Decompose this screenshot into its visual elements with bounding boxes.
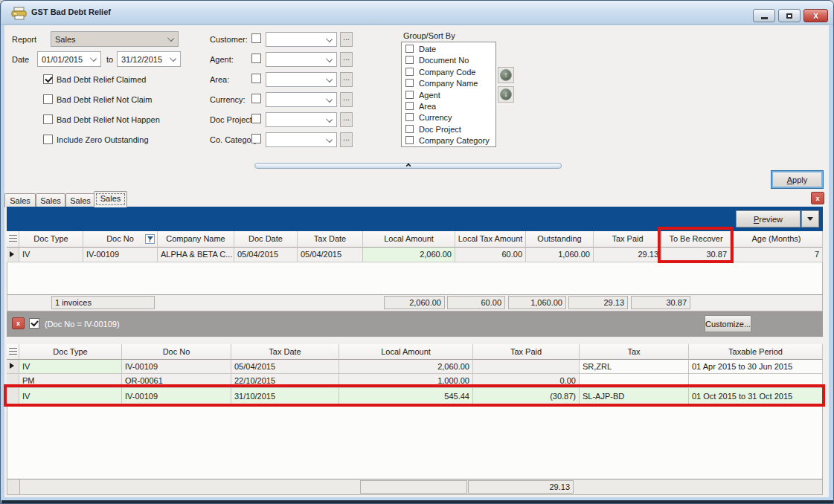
item-checkbox[interactable] <box>405 91 414 99</box>
close-button[interactable]: x <box>803 9 828 22</box>
group-sort-item[interactable]: Currency <box>404 112 495 123</box>
move-down-button[interactable]: ↓ <box>498 86 514 103</box>
group-sort-item[interactable]: Doc Project <box>404 124 495 135</box>
item-checkbox[interactable] <box>405 56 414 64</box>
currency-checkbox[interactable] <box>251 94 261 103</box>
cell-tax-paid[interactable]: (30.87) <box>473 388 580 405</box>
grid2-col-doc-no[interactable]: Doc No <box>122 344 231 360</box>
customer-checkbox[interactable] <box>251 33 261 43</box>
checkbox-bad-debt-relief-not-happen[interactable] <box>43 114 53 124</box>
grid2-row-3[interactable]: IV IV-00109 31/10/2015 545.44 (30.87) SL… <box>7 388 823 405</box>
grid1-row-1[interactable]: IV IV-00109 ALPHA & BETA C... 05/04/2015… <box>7 248 823 262</box>
group-sort-listbox[interactable]: Date Document No Company Code Company Na… <box>401 42 496 147</box>
group-sort-item[interactable]: Document No <box>404 55 495 66</box>
tab-sales-4-active[interactable]: Sales <box>94 191 127 207</box>
agent-checkbox[interactable] <box>251 54 261 63</box>
date-to-select[interactable]: 31/12/2015 <box>117 51 181 67</box>
agent-select[interactable] <box>266 52 337 67</box>
item-checkbox[interactable] <box>405 68 414 76</box>
cell-tax[interactable] <box>580 374 689 388</box>
date-from-select[interactable]: 01/01/2015 <box>37 51 101 67</box>
grid2-col-tax-date[interactable]: Tax Date <box>231 344 339 360</box>
grid1-col-local-tax-amount[interactable]: Local Tax Amount <box>455 231 526 248</box>
cell-company-name[interactable]: ALPHA & BETA C... <box>158 248 234 262</box>
panel-close-button[interactable]: x <box>811 192 824 204</box>
co-category-browse-button[interactable]: ... <box>340 132 353 147</box>
currency-browse-button[interactable]: ... <box>340 92 353 107</box>
grid2-row-1[interactable]: IV IV-00109 05/04/2015 2,060.00 SR,ZRL 0… <box>7 360 823 374</box>
preview-dropdown-button[interactable] <box>801 210 819 227</box>
grid2-row-2[interactable]: PM OR-00061 22/10/2015 1,000.00 0.00 <box>7 374 823 388</box>
cell-doc-no[interactable]: IV-00109 <box>122 388 231 405</box>
item-checkbox[interactable] <box>405 45 414 53</box>
title-bar[interactable]: GST Bad Debt Relief x <box>1 1 834 25</box>
cell-to-be-recover[interactable]: 30.87 <box>662 248 731 262</box>
cell-tax-date[interactable]: 05/04/2015 <box>231 360 339 374</box>
grid2-col-local-amount[interactable]: Local Amount <box>339 344 473 360</box>
item-checkbox[interactable] <box>405 79 414 87</box>
grid1-col-doc-date[interactable]: Doc Date <box>234 231 298 248</box>
group-sort-item[interactable]: Company Category <box>404 135 495 146</box>
preview-button[interactable]: Preview <box>736 210 801 227</box>
cell-doc-type[interactable]: IV <box>19 388 122 405</box>
move-up-button[interactable]: ↑ <box>498 67 514 83</box>
grid2-col-tax-paid[interactable]: Tax Paid <box>473 344 580 360</box>
co-category-checkbox[interactable] <box>251 134 261 143</box>
cell-local-amount[interactable]: 545.44 <box>339 388 473 405</box>
customer-select[interactable] <box>266 32 337 47</box>
customer-browse-button[interactable]: ... <box>340 32 353 47</box>
grid1-col-tax-date[interactable]: Tax Date <box>298 231 363 248</box>
cell-tax[interactable]: SL-AJP-BD <box>580 388 689 405</box>
grid1-col-outstanding[interactable]: Outstanding <box>526 231 594 248</box>
filter-funnel-icon[interactable] <box>145 234 155 244</box>
checkbox-bad-debt-relief-claimed[interactable] <box>43 74 53 84</box>
cell-doc-no[interactable]: IV-00109 <box>122 360 231 374</box>
group-sort-item[interactable]: Company Name <box>404 78 495 89</box>
item-checkbox[interactable] <box>405 136 414 144</box>
checkbox-include-zero-outstanding[interactable] <box>43 135 53 144</box>
currency-select[interactable] <box>266 92 337 107</box>
cell-doc-no[interactable]: OR-00061 <box>122 374 231 388</box>
group-sort-item[interactable]: Agent <box>404 90 495 101</box>
doc-project-select[interactable] <box>266 112 337 127</box>
grid1-col-doc-type[interactable]: Doc Type <box>19 231 83 248</box>
column-chooser-header[interactable] <box>7 344 19 360</box>
cell-local-amount[interactable]: 1,000.00 <box>339 374 473 388</box>
customize-button[interactable]: Customize... <box>705 315 751 332</box>
cell-tax-date[interactable]: 05/04/2015 <box>298 248 363 262</box>
agent-browse-button[interactable]: ... <box>340 52 353 67</box>
cell-doc-no[interactable]: IV-00109 <box>83 248 158 262</box>
cell-age-months[interactable]: 7 <box>731 248 823 262</box>
area-checkbox[interactable] <box>251 74 261 83</box>
cell-doc-type[interactable]: IV <box>19 360 122 374</box>
apply-button[interactable]: Apply <box>771 170 824 189</box>
area-browse-button[interactable]: ... <box>340 72 353 87</box>
group-sort-item[interactable]: Area <box>404 101 495 112</box>
grid1-col-tax-paid[interactable]: Tax Paid <box>594 231 662 248</box>
co-category-select[interactable] <box>266 132 337 147</box>
grid2-col-doc-type[interactable]: Doc Type <box>19 344 122 360</box>
grid1-col-doc-no[interactable]: Doc No <box>83 231 158 248</box>
group-sort-item[interactable]: Company Code <box>404 67 495 78</box>
tab-sales-1[interactable]: Sales <box>4 193 36 207</box>
tab-sales-3[interactable]: Sales <box>65 193 95 207</box>
cell-tax-paid[interactable]: 29.13 <box>594 248 662 262</box>
cell-tax-paid[interactable]: 0.00 <box>473 374 580 388</box>
cell-taxable-period[interactable]: 01 Oct 2015 to 31 Oct 2015 <box>689 388 823 405</box>
cell-tax[interactable]: SR,ZRL <box>580 360 689 374</box>
checkbox-bad-debt-relief-not-claim[interactable] <box>43 94 53 104</box>
maximize-button[interactable] <box>778 9 801 22</box>
cell-doc-type[interactable]: PM <box>19 374 122 388</box>
grid1-col-to-be-recover[interactable]: To Be Recover <box>662 231 731 248</box>
item-checkbox[interactable] <box>405 113 414 121</box>
panel-splitter[interactable] <box>254 163 562 169</box>
doc-project-checkbox[interactable] <box>251 114 261 123</box>
grid1-col-local-amount[interactable]: Local Amount <box>363 231 455 248</box>
cell-tax-date[interactable]: 31/10/2015 <box>231 388 339 405</box>
column-chooser-header[interactable] <box>7 231 19 248</box>
cell-taxable-period[interactable]: 01 Apr 2015 to 30 Jun 2015 <box>689 360 823 374</box>
tab-sales-2[interactable]: Sales <box>36 193 65 207</box>
cell-local-amount[interactable]: 2,060.00 <box>363 248 455 262</box>
cell-doc-date[interactable]: 05/04/2015 <box>234 248 298 262</box>
doc-project-browse-button[interactable]: ... <box>340 112 353 127</box>
